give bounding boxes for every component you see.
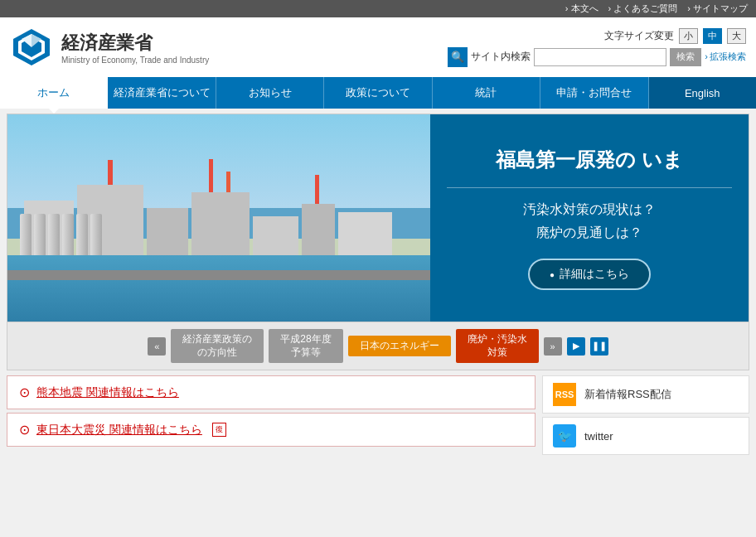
rss-item[interactable]: RSS 新着情報RSS配信	[542, 375, 749, 414]
logo-text: 経済産業省 Ministry of Economy, Trade and Ind…	[61, 31, 209, 65]
font-medium-btn[interactable]: 中	[703, 28, 722, 44]
faq-link[interactable]: よくあるご質問	[608, 2, 678, 15]
slider-play-button[interactable]: ▶	[567, 337, 585, 356]
nav-home[interactable]: ホーム	[0, 77, 108, 109]
kumamoto-news-link[interactable]: 熊本地震 関連情報はこちら	[36, 385, 179, 400]
search-label: サイト内検索	[471, 50, 531, 64]
nav-stats[interactable]: 統計	[433, 77, 540, 109]
header: 経済産業省 Ministry of Economy, Trade and Ind…	[0, 17, 756, 77]
slide-subtitle-line1: 汚染水対策の現状は？	[447, 198, 732, 222]
tohoku-news-item: ⊙ 東日本大震災 関連情報はこちら 復	[7, 413, 536, 447]
slide-subtitle-line2: 廃炉の見通しは？	[447, 221, 732, 245]
side-column: RSS 新着情報RSS配信 🐦 twitter	[542, 375, 749, 455]
nav-english[interactable]: English	[649, 77, 756, 109]
tohoku-arrow-icon: ⊙	[19, 422, 30, 438]
twitter-item[interactable]: 🐦 twitter	[542, 417, 749, 455]
nav-news[interactable]: お知らせ	[216, 77, 324, 109]
kumamoto-news-item: ⊙ 熊本地震 関連情報はこちら	[7, 375, 536, 409]
font-small-btn[interactable]: 小	[679, 28, 698, 44]
slide-title: 福島第一原発の いま	[496, 146, 683, 174]
top-bar: 本文へ よくあるご質問 サイトマップ	[0, 0, 756, 17]
news-column: ⊙ 熊本地震 関連情報はこちら ⊙ 東日本大震災 関連情報はこちら 復	[7, 375, 536, 455]
slider-pause-button[interactable]: ❚❚	[590, 337, 608, 356]
bottom-content: ⊙ 熊本地震 関連情報はこちら ⊙ 東日本大震災 関連情報はこちら 復 RSS …	[7, 375, 749, 455]
search-icon: 🔍	[448, 47, 468, 67]
kumamoto-arrow-icon: ⊙	[19, 385, 30, 400]
main-content-link[interactable]: 本文へ	[565, 2, 598, 15]
tab-decommission[interactable]: 廃炉・汚染水対策	[456, 329, 539, 363]
site-title: 経済産業省	[61, 31, 209, 56]
rss-label: 新着情報RSS配信	[584, 387, 671, 402]
slide-image	[7, 114, 430, 322]
twitter-icon: 🐦	[553, 424, 576, 448]
twitter-label: twitter	[584, 430, 613, 443]
font-large-btn[interactable]: 大	[727, 28, 746, 44]
search-row: 🔍 サイト内検索 検索 拡張検索	[448, 47, 746, 67]
main-nav: ホーム 経済産業省について お知らせ 政策について 統計 申請・お問合せ Eng…	[0, 77, 756, 109]
slider-prev-button[interactable]: «	[148, 337, 166, 356]
search-area: 文字サイズ変更 小 中 大 🔍 サイト内検索 検索 拡張検索	[448, 28, 746, 67]
search-input[interactable]	[534, 48, 666, 66]
slide-info-panel: 福島第一原発の いま 汚染水対策の現状は？ 廃炉の見通しは？ 詳細はこちら	[430, 114, 749, 322]
slider-content: 福島第一原発の いま 汚染水対策の現状は？ 廃炉の見通しは？ 詳細はこちら	[7, 114, 749, 322]
font-size-controls: 文字サイズ変更 小 中 大	[604, 28, 746, 44]
meti-logo-icon	[10, 26, 53, 69]
slide-image-inner	[7, 114, 430, 322]
tab-budget[interactable]: 平成28年度予算等	[269, 329, 342, 363]
font-size-label: 文字サイズ変更	[604, 29, 674, 43]
sitemap-link[interactable]: サイトマップ	[687, 2, 748, 15]
rss-icon: RSS	[553, 383, 576, 406]
logo-area: 経済産業省 Ministry of Economy, Trade and Ind…	[10, 26, 209, 69]
slider-section: 福島第一原発の いま 汚染水対策の現状は？ 廃炉の見通しは？ 詳細はこちら « …	[7, 114, 749, 370]
slide-detail-button[interactable]: 詳細はこちら	[528, 259, 651, 290]
fukko-badge: 復	[212, 423, 226, 437]
tab-policy[interactable]: 経済産業政策のの方向性	[171, 329, 264, 363]
expand-search-link[interactable]: 拡張検索	[705, 51, 746, 63]
site-subtitle: Ministry of Economy, Trade and Industry	[61, 56, 209, 65]
nav-policy[interactable]: 政策について	[324, 77, 432, 109]
slider-controls: « 経済産業政策のの方向性 平成28年度予算等 日本のエネルギー 廃炉・汚染水対…	[7, 322, 749, 370]
nav-contact[interactable]: 申請・お問合せ	[540, 77, 648, 109]
tab-energy[interactable]: 日本のエネルギー	[348, 336, 451, 357]
nav-about[interactable]: 経済産業省について	[108, 77, 216, 109]
search-button[interactable]: 検索	[670, 48, 701, 66]
slide-subtitle: 汚染水対策の現状は？ 廃炉の見通しは？	[447, 187, 732, 246]
slider-next-button[interactable]: »	[544, 337, 562, 356]
tohoku-news-link[interactable]: 東日本大震災 関連情報はこちら	[36, 423, 202, 438]
